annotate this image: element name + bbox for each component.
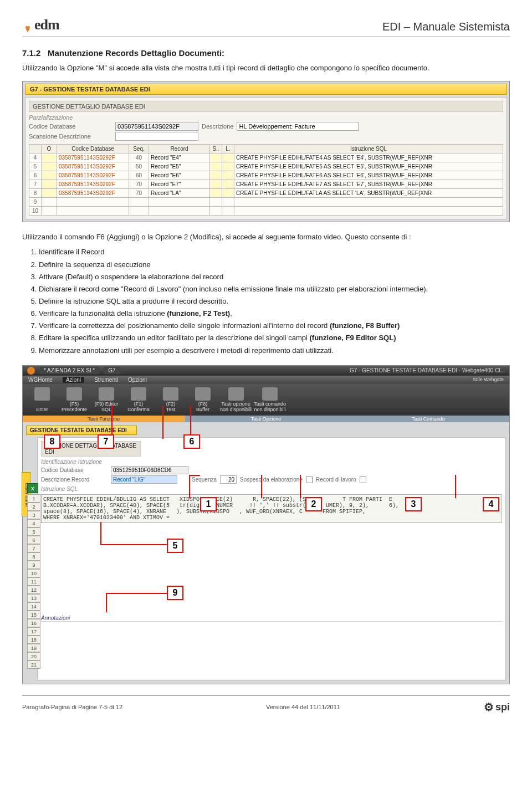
descr-input[interactable] — [237, 122, 359, 131]
row-numbers: 123456789101112131415161718192021 — [27, 494, 40, 669]
toolbar-button[interactable]: (F9) EditorSQL — [91, 387, 121, 413]
seq-input[interactable] — [220, 475, 237, 484]
toolbar-button[interactable]: (F8)Buffer — [188, 387, 218, 413]
section-title: Manutenzione Records Dettaglio Documenti… — [48, 48, 224, 58]
table-row[interactable]: 7035875951143S0292F70Record "E7"CREATE P… — [29, 180, 503, 189]
sospeso-checkbox[interactable] — [306, 477, 313, 483]
annot-label: Annotazioni — [41, 615, 502, 621]
callout-1: 1 — [200, 497, 217, 511]
edm-logo: edm — [22, 17, 59, 33]
doc-title: EDI – Manuale Sistemista — [382, 21, 510, 33]
col-o: O — [42, 145, 57, 153]
step-item: Attivare (Default) o sospendere la elabo… — [39, 272, 510, 283]
excel-icon[interactable]: X — [27, 483, 38, 493]
step-item: Memorizzare annotazioni utili per esempi… — [39, 345, 510, 356]
table-row[interactable]: 4035875951143S0292F40Record "E4"CREATE P… — [29, 153, 503, 162]
callout-7: 7 — [98, 434, 114, 449]
footer-left: Paragrafo-Pagina di Pagine 7-5 di 12 — [22, 704, 122, 710]
seq-label: Sequenza — [192, 477, 217, 483]
descr2-label: Descrizione Record — [41, 477, 108, 483]
window-tab[interactable]: * AZIENDA 2 EX SI * — [39, 367, 99, 374]
ss2-window-top: * AZIENDA 2 EX SI * G7 G7 - GESTIONE TES… — [23, 366, 509, 376]
descr-label: Descrizione — [202, 123, 233, 130]
ss1-table: O Codice Database Seq. Record S.. L. Ist… — [29, 144, 503, 216]
col-record: Record — [149, 145, 210, 153]
lavoro-label: Record di lavoro — [316, 477, 356, 483]
menu-azioni[interactable]: Azioni — [63, 377, 84, 383]
brand-text: edm — [34, 17, 59, 33]
section-intro: Utilizzando la Opzione "M" si accede all… — [22, 63, 510, 73]
app-name-tab[interactable]: G7 — [104, 367, 120, 374]
app-icon — [27, 367, 35, 375]
callout-9: 9 — [167, 586, 183, 600]
ribbon-comando: Tasti Comando — [347, 416, 509, 422]
page-footer: Paragrafo-Pagina di Pagine 7-5 di 12 Ver… — [22, 695, 510, 714]
section-number: 7.1.2 — [22, 48, 40, 58]
toolbar-button[interactable]: (F2)Test — [156, 387, 186, 413]
sql-editor[interactable]: CREATE PHYSFILE EDIHL/BDLLIG AS SELECT X… — [41, 494, 502, 523]
spi-text: spi — [495, 701, 510, 713]
step-item: Editare la specifica utilizzando un edit… — [39, 332, 510, 344]
ident-label: Identificazione Istruzione — [41, 459, 502, 465]
menu-opzioni[interactable]: Opzioni — [128, 377, 147, 383]
callout-3: 3 — [405, 497, 422, 511]
codice2-label: Codice Database — [41, 467, 108, 473]
ss1-group-label: Parzializzazione — [29, 114, 503, 121]
table-row[interactable]: 8035875951143S0292F70Record "LA"CREATE P… — [29, 189, 503, 198]
ss1-subtitle: GESTIONE DETTAGLIO DATABASE EDI — [29, 101, 503, 112]
screenshot-1: G7 - GESTIONE TESTATE DATABASE EDI GESTI… — [22, 81, 510, 222]
step-item: Definire la sequenza di esecuzione — [39, 259, 510, 270]
panel1-title: GESTIONE TESTATE DATABASE EDI — [26, 426, 137, 435]
step-item: Verificare la correttezza del posizionam… — [39, 320, 510, 331]
sql-label: Istruzione SQL — [41, 486, 502, 492]
col-seq: Seq. — [129, 145, 149, 153]
mid-text: Utilizzando il comando F6 (Aggiungi) o l… — [22, 232, 510, 242]
spi-logo: ⚙ spi — [484, 700, 510, 714]
lavoro-checkbox[interactable] — [360, 477, 366, 483]
col-sql: Istruzione SQL — [234, 145, 503, 153]
callout-4: 4 — [483, 497, 499, 511]
descr2-input[interactable] — [111, 475, 177, 484]
table-row[interactable]: 6035875951143S0292F60Record "E6"CREATE P… — [29, 171, 503, 180]
toolbar: Enter(F5)Precedente(F9) EditorSQL(F1)Con… — [23, 384, 509, 416]
col-blank — [29, 145, 42, 153]
section-heading: 7.1.2 Manutenzione Records Dettaglio Doc… — [22, 48, 510, 58]
flame-icon — [22, 18, 33, 33]
toolbar-button[interactable]: Enter — [27, 387, 57, 413]
ss1-titlebar: G7 - GESTIONE TESTATE DATABASE EDI — [25, 84, 507, 95]
step-item: Identificare il Record — [39, 247, 510, 258]
scan-label: Scansione Descrizione — [29, 133, 112, 140]
callout-5: 5 — [167, 539, 183, 553]
menu-wghome[interactable]: WGHome — [28, 377, 53, 383]
col-l: L. — [222, 145, 234, 153]
page-header: edm EDI – Manuale Sistemista — [22, 17, 510, 37]
window-title: G7 - GESTIONE TESTATE DATABASE EDI - Web… — [350, 367, 505, 373]
codice2-input[interactable] — [111, 466, 188, 474]
gear-icon: ⚙ — [484, 700, 494, 714]
col-codice: Codice Database — [57, 145, 129, 153]
screenshot-2: * AZIENDA 2 EX SI * G7 G7 - GESTIONE TES… — [22, 365, 510, 685]
stile-control[interactable]: Stile Webgate — [473, 377, 504, 383]
step-item: Definire la istruzione SQL atta a produr… — [39, 296, 510, 307]
col-s: S.. — [210, 145, 222, 153]
codice-input[interactable] — [115, 122, 198, 131]
toolbar-button[interactable]: Tasti comandonon disponibili — [254, 387, 286, 413]
menu-strumenti[interactable]: Strumenti — [94, 377, 118, 383]
steps-list: Identificare il RecordDefinire la sequen… — [39, 247, 510, 356]
toolbar-button[interactable]: Tasti opzionenon disponibili — [220, 387, 252, 413]
table-row[interactable]: 5035875951143S0292F50Record "E5"CREATE P… — [29, 162, 503, 171]
menubar: WGHome Azioni Strumenti Opzioni Stile We… — [23, 376, 509, 384]
callout-6: 6 — [183, 434, 200, 449]
footer-center: Versione 44 del 11/11/2011 — [266, 704, 340, 710]
callout-2: 2 — [305, 497, 322, 511]
sospeso-label: Sospeso da elaborazione — [240, 477, 303, 483]
ribbon-funzione: Tasti Funzione — [23, 416, 185, 422]
step-item: Dichiarare il record come "Record di Lav… — [39, 284, 510, 295]
codice-label: Codice Database — [29, 123, 112, 130]
ribbon-opzione: Tasti Opzione — [185, 416, 347, 422]
scan-input[interactable] — [115, 132, 198, 141]
callout-8: 8 — [44, 434, 60, 449]
toolbar-button[interactable]: (F5)Precedente — [59, 387, 89, 413]
toolbar-button[interactable]: (F1)Conferma — [124, 387, 154, 413]
step-item: Verificare la funzionalità della istruzi… — [39, 308, 510, 319]
